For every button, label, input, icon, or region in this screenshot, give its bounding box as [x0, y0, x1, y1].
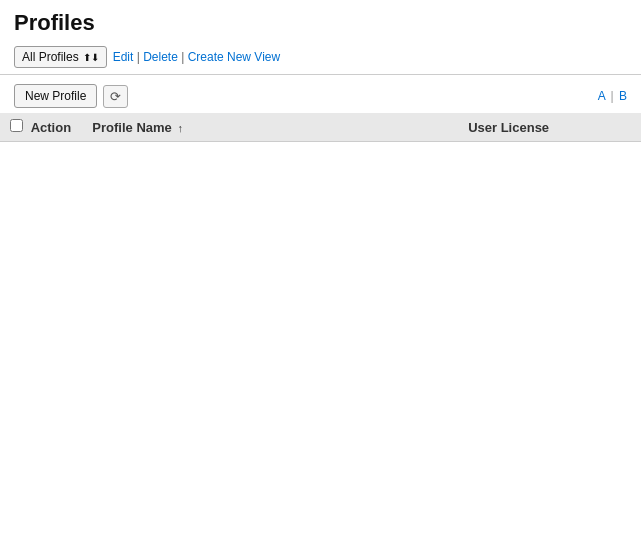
chevron-icon: ⬆⬇ [83, 52, 99, 63]
view-selector-label: All Profiles [22, 50, 79, 64]
toolbar-bottom-left: New Profile ⟳ [14, 84, 128, 108]
toolbar-bottom: New Profile ⟳ A | B [0, 79, 641, 113]
col-action-label: Action [31, 120, 71, 135]
sort-asc-icon: ↑ [177, 122, 183, 134]
toolbar-divider [0, 74, 641, 75]
page-a-link[interactable]: A [598, 89, 605, 103]
refresh-button[interactable]: ⟳ [103, 85, 128, 108]
col-header-checkbox: Action [0, 113, 82, 142]
col-header-profile-name[interactable]: Profile Name ↑ [82, 113, 458, 142]
new-profile-button[interactable]: New Profile [14, 84, 97, 108]
view-selector-button[interactable]: All Profiles ⬆⬇ [14, 46, 107, 68]
profiles-table: Action Profile Name ↑ User License [0, 113, 641, 142]
refresh-icon: ⟳ [110, 89, 121, 104]
edit-view-link[interactable]: Edit [113, 50, 134, 64]
delete-view-link[interactable]: Delete [143, 50, 178, 64]
toolbar-top: All Profiles ⬆⬇ Edit | Delete | Create N… [0, 40, 641, 74]
col-header-user-license: User License [458, 113, 641, 142]
table-header-row: Action Profile Name ↑ User License [0, 113, 641, 142]
pagination: A | B [598, 89, 627, 103]
create-new-view-link[interactable]: Create New View [188, 50, 280, 64]
page-title: Profiles [0, 0, 641, 40]
page-b-link[interactable]: B [619, 89, 627, 103]
select-all-checkbox[interactable] [10, 119, 23, 132]
view-actions: Edit | Delete | Create New View [113, 50, 280, 64]
